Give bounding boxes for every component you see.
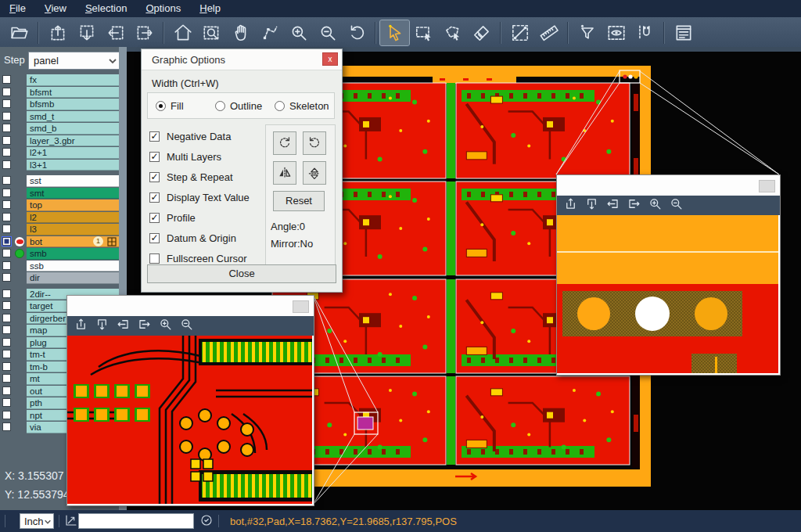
layer-name[interactable]: smd_t (27, 111, 119, 123)
view-bottom-button[interactable] (72, 20, 101, 45)
radio-fill[interactable]: Fill (156, 100, 184, 112)
mirror-vertical-button[interactable] (303, 161, 326, 185)
reset-button[interactable]: Reset (273, 191, 325, 211)
layer-checkbox[interactable] (2, 237, 11, 246)
layer-checkbox[interactable] (2, 325, 11, 334)
ruler-button[interactable] (534, 20, 563, 45)
layer-row-smd_t[interactable]: smd_t (0, 111, 127, 123)
layer-row-fx[interactable]: fx (0, 74, 127, 86)
menu-selection[interactable]: Selection (76, 1, 136, 16)
measure-button[interactable] (505, 20, 534, 45)
layer-row-l2+1[interactable]: l2+1 (0, 147, 127, 159)
layer-row-bfsmb[interactable]: bfsmb (0, 99, 127, 110)
menu-file[interactable]: File (0, 1, 35, 16)
layer-row-top[interactable]: top (0, 200, 127, 211)
home-view-button[interactable] (168, 20, 197, 45)
layer-checkbox[interactable] (2, 386, 11, 395)
open-button[interactable] (5, 20, 34, 45)
layer-name[interactable]: l3+1 (27, 160, 119, 171)
checkbox-display-text-value[interactable]: ✓Display Text Value (149, 187, 250, 207)
zoom-in-button[interactable] (158, 317, 173, 335)
layer-row-l3[interactable]: l3 (0, 224, 127, 235)
radio-skeleton[interactable]: Skeleton (275, 100, 329, 112)
layer-checkbox[interactable] (2, 160, 11, 169)
layer-name[interactable]: sst (27, 175, 119, 187)
layer-checkbox[interactable] (2, 314, 11, 322)
layer-row-smb[interactable]: smb (0, 248, 127, 260)
layer-row-bot[interactable]: bot1 (0, 236, 127, 248)
step-select[interactable]: panel (28, 52, 120, 70)
pan-button[interactable] (226, 20, 255, 45)
popup-window-button[interactable] (293, 300, 309, 313)
move-up-button[interactable] (563, 196, 578, 214)
layer-checkbox[interactable] (2, 124, 11, 132)
layer-row-smt[interactable]: smt (0, 188, 127, 200)
layer-checkbox[interactable] (2, 225, 11, 233)
layer-checkbox[interactable] (2, 213, 11, 221)
command-input[interactable] (78, 513, 194, 529)
select-button[interactable] (380, 20, 409, 45)
layer-checkbox[interactable] (2, 136, 11, 145)
zoom-out-button[interactable] (179, 317, 194, 335)
move-down-button[interactable] (95, 317, 110, 335)
layer-row-smd_b[interactable]: smd_b (0, 123, 127, 135)
layer-checkbox[interactable] (2, 301, 11, 310)
magnifier-window-fiducial[interactable] (556, 174, 781, 376)
layer-row-bfsmt[interactable]: bfsmt (0, 87, 127, 99)
close-button[interactable]: Close (147, 264, 336, 283)
zoom-in-button[interactable] (648, 196, 663, 214)
checkbox-multi-layers[interactable]: ✓Multi Layers (149, 146, 250, 167)
layer-checkbox[interactable] (2, 261, 11, 270)
zoom-out-button[interactable] (313, 20, 342, 45)
dialog-close-button[interactable]: x (322, 52, 338, 66)
layer-checkbox[interactable] (2, 112, 11, 120)
layer-checkbox[interactable] (2, 362, 11, 371)
layer-checkbox[interactable] (2, 422, 11, 431)
layer-row-sst[interactable]: sst (0, 175, 127, 187)
layer-checkbox[interactable] (2, 148, 11, 156)
move-down-button[interactable] (584, 196, 599, 214)
layer-row-l2[interactable]: l2 (0, 212, 127, 224)
select-poly-button[interactable] (438, 20, 467, 45)
zoom-window-button[interactable] (197, 20, 226, 45)
magnifier-window-detail[interactable] (66, 295, 314, 506)
popup-title-bar[interactable] (557, 175, 780, 196)
layer-checkbox[interactable] (2, 88, 11, 96)
layer-name[interactable]: bfsmt (27, 87, 119, 99)
layer-name[interactable]: l3 (27, 224, 119, 235)
layer-checkbox[interactable] (2, 189, 11, 197)
layer-name[interactable]: dir (27, 272, 119, 284)
layer-name[interactable]: smb (27, 248, 119, 260)
move-left-button[interactable] (116, 317, 131, 335)
select-rect-button[interactable] (409, 20, 438, 45)
zoom-previous-button[interactable] (342, 20, 371, 45)
rotate-cw-button[interactable] (273, 131, 296, 155)
popup-title-bar[interactable] (67, 296, 314, 316)
zoom-out-button[interactable] (669, 196, 684, 214)
layer-name[interactable]: bot1 (27, 236, 119, 248)
layer-row-dir[interactable]: dir (0, 272, 127, 284)
layer-name[interactable]: layer_3.gbr (27, 135, 119, 147)
view-left-button[interactable] (101, 20, 130, 45)
layer-name[interactable]: smd_b (27, 123, 119, 135)
layer-checkbox[interactable] (2, 374, 11, 383)
move-left-button[interactable] (605, 196, 620, 214)
layer-checkbox[interactable] (2, 289, 11, 298)
view-right-button[interactable] (130, 20, 159, 45)
move-right-button[interactable] (137, 317, 152, 335)
zoom-in-button[interactable] (284, 20, 313, 45)
view-options-button[interactable] (602, 20, 630, 45)
menu-options[interactable]: Options (136, 1, 190, 16)
layer-name[interactable]: top (27, 200, 119, 211)
move-vertex-button[interactable] (255, 20, 284, 45)
layer-checkbox[interactable] (2, 338, 11, 347)
move-up-button[interactable] (74, 317, 88, 335)
layers-panel-button[interactable] (669, 20, 698, 45)
ortho-angle-icon[interactable] (64, 513, 78, 530)
layer-checkbox[interactable] (2, 75, 11, 84)
checkbox-profile[interactable]: ✓Profile (149, 207, 250, 228)
clean-button[interactable] (467, 20, 496, 45)
checkbox-datum-origin[interactable]: ✓Datum & Origin (149, 228, 250, 248)
layer-checkbox[interactable] (2, 273, 11, 282)
menu-view[interactable]: View (35, 1, 76, 16)
